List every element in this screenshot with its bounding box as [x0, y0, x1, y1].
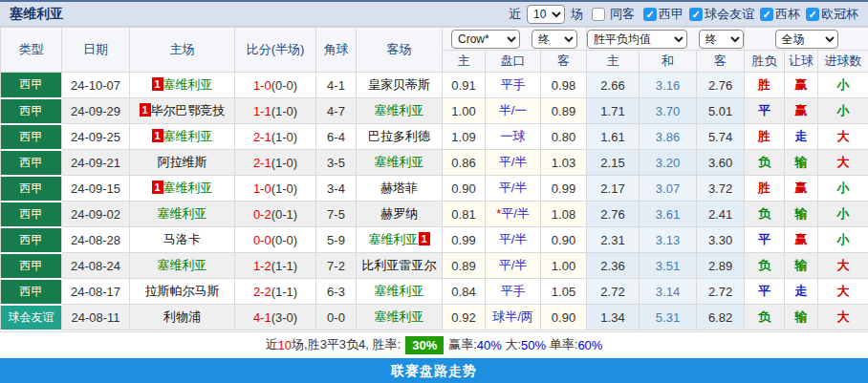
away-odds-cell: 0.80 — [541, 124, 587, 150]
league-checkbox[interactable] — [760, 8, 773, 21]
home-team-cell: 塞维利亚 — [130, 202, 235, 227]
league-checkbox[interactable] — [643, 8, 657, 21]
handicap-result-cell: 走 — [785, 279, 818, 305]
away-team-name[interactable]: 皇家贝蒂斯 — [368, 77, 430, 92]
away-odds-cell: 1.00 — [541, 253, 587, 279]
fulltime-score: 0-0 — [253, 233, 271, 247]
away-odds-cell: 0.90 — [541, 305, 587, 330]
handicap-cell: 一球 — [486, 124, 541, 150]
handicap-result-cell: 输 — [785, 253, 818, 279]
goals-result-cell: 小 — [818, 227, 868, 253]
fulltime-score: 1-0 — [253, 78, 271, 93]
avg-away-cell: 5.01 — [697, 98, 745, 124]
avg-draw-cell: 5.31 — [640, 305, 697, 330]
score-cell: 0-0(0-0) — [235, 227, 316, 253]
handicap-result-cell: 赢 — [785, 98, 818, 124]
home-team-name[interactable]: 塞维利亚 — [158, 258, 207, 272]
avg-draw-cell: 3.07 — [640, 176, 697, 202]
match-date-cell: 24-09-02 — [62, 202, 130, 227]
goals-result-cell: 小 — [818, 176, 868, 202]
away-team-name[interactable]: 塞维利亚 — [375, 103, 424, 117]
league-label: 球会友谊 — [705, 6, 754, 23]
corner-cell: 6-4 — [316, 124, 357, 150]
home-team-name[interactable]: 马洛卡 — [163, 232, 201, 246]
home-team-name[interactable]: 塞维利亚 — [163, 181, 213, 195]
score-cell: 2-1(1-0) — [235, 150, 316, 176]
home-team-name[interactable]: 塞维利亚 — [158, 206, 207, 221]
away-team-name[interactable]: 塞维利亚 — [375, 309, 424, 324]
col-header-handicap: 盘口 — [486, 51, 541, 73]
home-team-name[interactable]: 毕尔巴鄂竞技 — [151, 103, 226, 117]
section-footer-bar: 联赛盘路走势 — [0, 358, 868, 383]
away-team-name[interactable]: 塞维利亚 — [375, 155, 424, 169]
halftime-score: (1-1) — [271, 259, 297, 273]
match-type-cell: 西甲 — [1, 73, 62, 98]
away-odds-cell: 1.05 — [541, 279, 587, 305]
odds-final-select[interactable]: 终 — [532, 30, 577, 49]
score-cell: 1-0(0-0) — [235, 73, 316, 98]
result-cell: 平 — [745, 227, 785, 253]
avg-home-cell: 1.34 — [587, 305, 640, 330]
col-header-result: 胜负 — [745, 51, 785, 73]
col-header-avg-home: 主 — [587, 51, 640, 73]
handicap-value: 球半/两 — [492, 309, 533, 324]
league-checkbox[interactable] — [689, 8, 703, 21]
away-team-name[interactable]: 比利亚雷亚尔 — [362, 258, 437, 272]
handicap-cell: 平/半 — [486, 253, 541, 279]
away-team-cell: 塞维利亚 — [357, 279, 443, 305]
handicap-value: 平手 — [501, 284, 526, 298]
odds-company-select[interactable]: Crow* — [451, 30, 520, 49]
match-date-cell: 24-09-29 — [62, 98, 130, 124]
corner-cell: 3-5 — [316, 150, 357, 176]
league-checkbox[interactable] — [806, 8, 819, 21]
over-rate-value: 50% — [521, 338, 546, 352]
fulltime-score: 1-2 — [253, 259, 271, 273]
away-team-name[interactable]: 赫塔菲 — [380, 181, 418, 195]
avg-home-cell: 2.76 — [587, 202, 640, 227]
home-team-name[interactable]: 利物浦 — [163, 309, 201, 324]
recent-count-select[interactable]: 10 — [527, 5, 565, 24]
col-header-goals: 进球数 — [818, 51, 868, 73]
away-team-name[interactable]: 塞维利亚 — [375, 284, 424, 298]
home-team-name[interactable]: 阿拉维斯 — [158, 155, 207, 169]
corner-cell: 4-1 — [316, 73, 357, 98]
halftime-score: (0-1) — [271, 207, 297, 222]
avg-final-select[interactable]: 终 — [699, 30, 744, 49]
home-team-name[interactable]: 塞维利亚 — [163, 129, 213, 143]
home-odds-cell: 0.91 — [443, 73, 486, 98]
score-cell: 0-2(0-1) — [235, 202, 316, 227]
goals-result-cell: 小 — [818, 202, 868, 227]
home-team-name[interactable]: 拉斯帕尔马斯 — [145, 284, 220, 298]
match-date-cell: 24-08-17 — [62, 279, 130, 305]
avg-draw-cell: 3.61 — [640, 202, 697, 227]
home-odds-cell: 1.00 — [443, 98, 486, 124]
result-cell: 负 — [745, 150, 785, 176]
away-team-cell: 皇家贝蒂斯 — [357, 73, 443, 98]
scope-select[interactable]: 全场 — [775, 30, 838, 49]
goals-result-cell: 大 — [818, 279, 868, 305]
red-card-badge: 1 — [140, 103, 151, 117]
goals-result-cell: 大 — [818, 124, 868, 150]
handicap-cell: 半/一 — [486, 98, 541, 124]
single-rate-label: 单率: — [550, 336, 578, 353]
home-team-name[interactable]: 塞维利亚 — [163, 77, 213, 92]
handicap-result-cell: 赢 — [785, 227, 818, 253]
fulltime-score: 2-2 — [253, 285, 271, 299]
avg-home-cell: 2.66 — [587, 73, 640, 98]
match-date-cell: 24-08-11 — [62, 305, 130, 330]
away-odds-cell: 1.03 — [541, 150, 587, 176]
home-team-cell: 阿拉维斯 — [130, 150, 235, 176]
away-team-name[interactable]: 塞维利亚 — [369, 232, 419, 246]
home-team-cell: 拉斯帕尔马斯 — [130, 279, 235, 305]
away-team-name[interactable]: 赫罗纳 — [380, 206, 418, 221]
footer-title: 联赛盘路走势 — [391, 363, 477, 380]
away-team-name[interactable]: 巴拉多利德 — [368, 129, 430, 143]
avg-draw-cell: 3.16 — [640, 73, 697, 98]
away-odds-cell: 0.98 — [541, 73, 587, 98]
goals-result-cell: 大 — [818, 305, 868, 330]
matches-label: 场 — [571, 6, 583, 23]
same-away-checkbox[interactable] — [592, 8, 605, 21]
summary-record: 场,胜3平3负4, 胜率: — [292, 336, 401, 353]
score-cell: 2-2(1-1) — [235, 279, 316, 305]
avg-type-select[interactable]: 胜平负均值 — [587, 30, 687, 49]
